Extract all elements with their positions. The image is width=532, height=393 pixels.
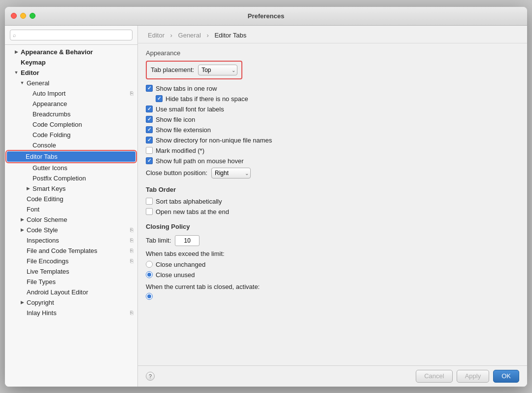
minimize-button[interactable]	[20, 13, 26, 19]
sidebar-item-auto-import[interactable]: ▶ Auto Import ⎘	[5, 88, 137, 99]
sidebar-item-label: Code Completion	[33, 121, 82, 128]
checkbox-show-directory: Show directory for non-unique file names	[146, 135, 519, 145]
sidebar-item-file-code-templates[interactable]: ▶ File and Code Templates ⎘	[5, 246, 137, 256]
sidebar-item-file-types[interactable]: ▶ File Types	[5, 277, 137, 287]
sidebar-item-keymap[interactable]: ▶ Keymap	[5, 57, 137, 68]
sidebar-item-code-folding[interactable]: ▶ Code Folding	[5, 130, 137, 140]
sidebar-item-label: Code Folding	[33, 131, 70, 139]
tab-order-section: Tab Order Sort tabs alphabetically Open …	[146, 186, 519, 217]
arrow-icon: ▼	[19, 79, 26, 86]
sidebar-item-label: File Types	[27, 278, 56, 286]
breadcrumb-editor: Editor	[148, 32, 165, 39]
checkbox-show-tabs-one-row-input[interactable]	[146, 85, 153, 92]
checkbox-mark-modified-input[interactable]	[146, 147, 153, 154]
sidebar-item-android-layout-editor[interactable]: ▶ Android Layout Editor	[5, 287, 137, 297]
sidebar-item-color-scheme[interactable]: ▶ Color Scheme	[5, 214, 137, 225]
radio-close-unchanged: Close unchanged	[146, 259, 519, 270]
radio-when-closed-input[interactable]	[146, 293, 153, 300]
tab-limit-input[interactable]	[175, 235, 200, 246]
sidebar-item-label: Auto Import	[33, 90, 66, 97]
cancel-button[interactable]: Cancel	[416, 370, 452, 383]
sidebar-item-code-completion[interactable]: ▶ Code Completion	[5, 119, 137, 130]
checkbox-hide-tabs-no-space-input[interactable]	[156, 95, 163, 102]
sidebar-item-label: Live Templates	[27, 268, 69, 275]
sidebar-item-editor-tabs[interactable]: ▶ Editor Tabs	[7, 151, 135, 162]
sidebar-item-label: Appearance & Behavior	[21, 48, 93, 56]
search-input[interactable]	[10, 30, 133, 40]
checkbox-hide-tabs-no-space: Hide tabs if there is no space	[146, 94, 519, 104]
maximize-button[interactable]	[30, 13, 35, 19]
sidebar-item-font[interactable]: ▶ Font	[5, 204, 137, 214]
checkbox-label: Show full path on mouse hover	[156, 157, 244, 165]
apply-button[interactable]: Apply	[457, 370, 490, 383]
arrow-placeholder: ▶	[25, 142, 32, 148]
sidebar-item-file-encodings[interactable]: ▶ File Encodings ⎘	[5, 256, 137, 266]
sidebar-item-code-editing[interactable]: ▶ Code Editing	[5, 194, 137, 204]
close-button[interactable]	[11, 13, 17, 19]
arrow-icon: ▶	[13, 48, 20, 55]
sidebar-item-breadcrumbs[interactable]: ▶ Breadcrumbs	[5, 109, 137, 119]
copy-icon: ⎘	[130, 227, 133, 233]
sidebar-item-smart-keys[interactable]: ▶ Smart Keys	[5, 183, 137, 194]
close-button-select[interactable]: Right Left None	[211, 168, 251, 179]
arrow-placeholder: ▶	[11, 153, 25, 160]
sidebar-item-label: Inspections	[27, 237, 59, 244]
sidebar-item-copyright[interactable]: ▶ Copyright	[5, 297, 137, 308]
checkbox-small-font-input[interactable]	[146, 106, 153, 112]
ok-button[interactable]: OK	[493, 370, 519, 383]
radio-when-closed	[146, 291, 519, 301]
checkbox-show-full-path: Show full path on mouse hover	[146, 156, 519, 166]
close-button-row: Close button position: Right Left None ⌄	[146, 166, 519, 180]
checkbox-show-full-path-input[interactable]	[146, 157, 153, 164]
sidebar-item-editor[interactable]: ▼ Editor	[5, 68, 137, 78]
radio-close-unused-input[interactable]	[146, 271, 153, 278]
radio-close-unchanged-input[interactable]	[146, 261, 153, 268]
breadcrumb: Editor › General › Editor Tabs	[138, 26, 527, 43]
sidebar-item-console[interactable]: ▶ Console	[5, 140, 137, 150]
sidebar-item-label: Color Scheme	[27, 216, 67, 223]
close-button-select-wrap: Right Left None ⌄	[211, 168, 251, 179]
sidebar-item-appearance[interactable]: ▶ Appearance	[5, 99, 137, 109]
checkbox-label: Show directory for non-unique file names	[156, 137, 272, 144]
arrow-placeholder: ▶	[19, 206, 26, 213]
sidebar-item-label: File Encodings	[27, 257, 68, 265]
checkbox-sort-alphabetically-input[interactable]	[146, 198, 153, 205]
window-title: Preferences	[248, 12, 284, 20]
search-bar: ⌕	[5, 26, 137, 45]
checkbox-open-new-tabs-end-input[interactable]	[146, 208, 153, 215]
breadcrumb-sep1: ›	[170, 32, 174, 39]
checkbox-small-font: Use small font for labels	[146, 104, 519, 114]
sidebar-item-general[interactable]: ▼ General	[5, 78, 137, 88]
arrow-icon: ▶	[19, 226, 26, 233]
main-content: ⌕ ▶ Appearance & Behavior ▶ Keymap ▼	[5, 26, 527, 387]
checkbox-show-file-extension-input[interactable]	[146, 126, 153, 133]
sidebar-item-label: Editor	[21, 69, 39, 76]
breadcrumb-sep2: ›	[206, 32, 210, 39]
sidebar-item-inspections[interactable]: ▶ Inspections ⎘	[5, 235, 137, 246]
closing-policy-label: Closing Policy	[146, 223, 519, 230]
sidebar-item-code-style[interactable]: ▶ Code Style ⎘	[5, 225, 137, 235]
tab-placement-select[interactable]: Top Bottom Left Right None	[198, 65, 237, 75]
tab-placement-group: Tab placement: Top Bottom Left Right Non…	[146, 61, 242, 79]
right-panel: Editor › General › Editor Tabs Appearanc…	[138, 26, 527, 387]
checkbox-show-directory-input[interactable]	[146, 137, 153, 143]
title-bar: Preferences	[5, 7, 527, 26]
arrow-placeholder: ▶	[19, 288, 26, 295]
sidebar-item-label: Postfix Completion	[33, 175, 86, 182]
arrow-placeholder: ▶	[19, 195, 26, 202]
sidebar-item-gutter-icons[interactable]: ▶ Gutter Icons	[5, 163, 137, 173]
sidebar-item-label: Code Editing	[27, 195, 63, 203]
sidebar-item-inlay-hints[interactable]: ▶ Inlay Hints ⎘	[5, 308, 137, 318]
appearance-label: Appearance	[146, 49, 519, 57]
sidebar-item-live-templates[interactable]: ▶ Live Templates	[5, 266, 137, 277]
arrow-placeholder: ▶	[25, 121, 32, 128]
settings-area: Appearance Tab placement: Top Bottom Lef…	[138, 43, 527, 365]
help-button[interactable]: ?	[146, 372, 155, 381]
copy-icon: ⎘	[130, 248, 133, 253]
sidebar-item-appearance-behavior[interactable]: ▶ Appearance & Behavior	[5, 47, 137, 57]
arrow-placeholder: ▶	[19, 268, 26, 275]
sidebar-item-postfix-completion[interactable]: ▶ Postfix Completion	[5, 173, 137, 183]
checkbox-show-file-icon-input[interactable]	[146, 116, 153, 123]
breadcrumb-general: General	[178, 32, 201, 39]
sidebar-item-label: Inlay Hints	[27, 309, 57, 317]
